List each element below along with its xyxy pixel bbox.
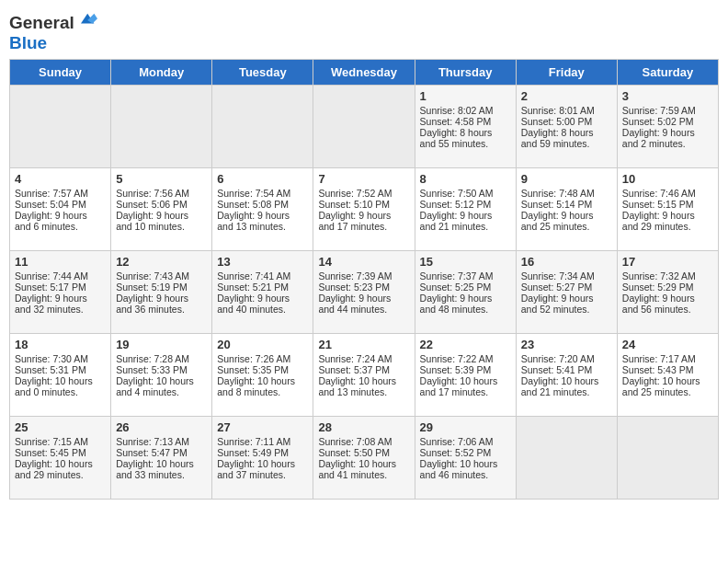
cell-info-line: and 6 minutes. <box>15 221 106 232</box>
cell-info-line: Daylight: 10 hours <box>521 375 612 386</box>
date-number: 11 <box>15 255 106 269</box>
date-number: 29 <box>420 420 511 434</box>
cell-info-line: Daylight: 9 hours <box>116 293 207 304</box>
cell-info-line: Sunrise: 7:28 AM <box>116 353 207 364</box>
cell-info-line: Daylight: 9 hours <box>318 293 409 304</box>
cell-info-line: Sunrise: 7:11 AM <box>217 436 308 447</box>
cell-info-line: and 13 minutes. <box>318 386 409 397</box>
calendar-cell: 26Sunrise: 7:13 AMSunset: 5:47 PMDayligh… <box>111 416 212 499</box>
day-header-monday: Monday <box>111 59 212 85</box>
logo-text: General <box>9 13 97 33</box>
date-number: 8 <box>420 172 511 186</box>
cell-info-line: Daylight: 9 hours <box>15 293 106 304</box>
calendar-cell: 8Sunrise: 7:50 AMSunset: 5:12 PMDaylight… <box>415 167 516 250</box>
calendar-cell: 24Sunrise: 7:17 AMSunset: 5:43 PMDayligh… <box>617 333 718 416</box>
date-number: 15 <box>420 255 511 269</box>
cell-info-line: and 33 minutes. <box>116 469 207 480</box>
calendar-cell: 14Sunrise: 7:39 AMSunset: 5:23 PMDayligh… <box>313 250 415 333</box>
cell-info-line: Sunset: 5:39 PM <box>420 364 511 375</box>
cell-info-line: Sunrise: 7:37 AM <box>420 270 511 282</box>
cell-info-line: Daylight: 9 hours <box>521 210 612 221</box>
date-number: 4 <box>15 172 106 186</box>
date-number: 5 <box>116 172 207 186</box>
cell-info-line: Sunset: 5:12 PM <box>420 199 511 210</box>
cell-info-line: and 17 minutes. <box>318 221 409 232</box>
date-number: 18 <box>15 338 106 351</box>
day-header-friday: Friday <box>516 59 617 85</box>
cell-info-line: and 48 minutes. <box>420 304 511 315</box>
date-number: 13 <box>217 255 308 269</box>
calendar-cell <box>313 85 415 167</box>
date-number: 22 <box>420 338 511 351</box>
cell-info-line: Sunrise: 7:56 AM <box>116 188 207 199</box>
cell-info-line: Sunset: 5:06 PM <box>116 199 207 210</box>
cell-info-line: Sunrise: 7:46 AM <box>622 188 713 199</box>
date-number: 24 <box>622 338 713 351</box>
calendar-cell: 21Sunrise: 7:24 AMSunset: 5:37 PMDayligh… <box>313 333 415 416</box>
cell-info-line: and 56 minutes. <box>622 304 713 315</box>
calendar-cell: 15Sunrise: 7:37 AMSunset: 5:25 PMDayligh… <box>415 250 516 333</box>
calendar-cell <box>617 416 718 499</box>
cell-info-line: Sunrise: 7:20 AM <box>521 353 612 364</box>
date-number: 3 <box>622 89 713 103</box>
day-header-thursday: Thursday <box>415 59 516 85</box>
cell-info-line: Sunrise: 7:50 AM <box>420 188 511 199</box>
cell-info-line: Sunset: 5:43 PM <box>622 364 713 375</box>
cell-info-line: and 2 minutes. <box>622 138 713 149</box>
cell-info-line: Sunset: 5:04 PM <box>15 199 106 210</box>
cell-info-line: Sunrise: 7:32 AM <box>622 270 713 282</box>
calendar-cell: 16Sunrise: 7:34 AMSunset: 5:27 PMDayligh… <box>516 250 617 333</box>
cell-info-line: Daylight: 8 hours <box>420 127 511 138</box>
cell-info-line: Sunset: 5:35 PM <box>217 364 308 375</box>
cell-info-line: Daylight: 8 hours <box>521 127 612 138</box>
cell-info-line: Sunset: 5:15 PM <box>622 199 713 210</box>
cell-info-line: Sunset: 5:50 PM <box>318 447 409 458</box>
calendar-cell: 27Sunrise: 7:11 AMSunset: 5:49 PMDayligh… <box>212 416 313 499</box>
cell-info-line: Sunset: 4:58 PM <box>420 116 511 127</box>
calendar-cell <box>10 85 111 167</box>
cell-info-line: and 40 minutes. <box>217 304 308 315</box>
calendar-cell: 22Sunrise: 7:22 AMSunset: 5:39 PMDayligh… <box>415 333 516 416</box>
cell-info-line: and 44 minutes. <box>318 304 409 315</box>
calendar-cell <box>212 85 313 167</box>
cell-info-line: and 25 minutes. <box>521 221 612 232</box>
logo-line2: Blue <box>9 33 97 53</box>
cell-info-line: Daylight: 9 hours <box>622 127 713 138</box>
date-number: 25 <box>15 420 106 434</box>
page-header: General Blue <box>9 9 719 53</box>
cell-info-line: Daylight: 9 hours <box>116 210 207 221</box>
cell-info-line: Sunset: 5:52 PM <box>420 447 511 458</box>
cell-info-line: Sunset: 5:47 PM <box>116 447 207 458</box>
cell-info-line: and 55 minutes. <box>420 138 511 149</box>
cell-info-line: and 21 minutes. <box>420 221 511 232</box>
cell-info-line: Sunrise: 7:43 AM <box>116 270 207 282</box>
cell-info-line: and 4 minutes. <box>116 386 207 397</box>
calendar-cell: 5Sunrise: 7:56 AMSunset: 5:06 PMDaylight… <box>111 167 212 250</box>
cell-info-line: and 21 minutes. <box>521 386 612 397</box>
calendar-cell: 19Sunrise: 7:28 AMSunset: 5:33 PMDayligh… <box>111 333 212 416</box>
calendar-cell: 12Sunrise: 7:43 AMSunset: 5:19 PMDayligh… <box>111 250 212 333</box>
cell-info-line: Sunset: 5:08 PM <box>217 199 308 210</box>
cell-info-line: Sunset: 5:19 PM <box>116 282 207 293</box>
calendar-cell: 13Sunrise: 7:41 AMSunset: 5:21 PMDayligh… <box>212 250 313 333</box>
day-header-tuesday: Tuesday <box>212 59 313 85</box>
cell-info-line: Sunrise: 7:24 AM <box>318 353 409 364</box>
cell-info-line: Sunrise: 7:48 AM <box>521 188 612 199</box>
cell-info-line: Sunset: 5:31 PM <box>15 364 106 375</box>
cell-info-line: Sunrise: 7:22 AM <box>420 353 511 364</box>
cell-info-line: Sunrise: 7:26 AM <box>217 353 308 364</box>
date-number: 23 <box>521 338 612 351</box>
calendar-cell: 18Sunrise: 7:30 AMSunset: 5:31 PMDayligh… <box>10 333 111 416</box>
date-number: 14 <box>318 255 409 269</box>
calendar-cell: 11Sunrise: 7:44 AMSunset: 5:17 PMDayligh… <box>10 250 111 333</box>
calendar-cell <box>516 416 617 499</box>
cell-info-line: Daylight: 10 hours <box>318 375 409 386</box>
date-number: 20 <box>217 338 308 351</box>
cell-info-line: Sunset: 5:45 PM <box>15 447 106 458</box>
cell-info-line: and 29 minutes. <box>622 221 713 232</box>
cell-info-line: and 46 minutes. <box>420 469 511 480</box>
cell-info-line: Daylight: 10 hours <box>318 458 409 469</box>
cell-info-line: Sunrise: 7:15 AM <box>15 436 106 447</box>
day-header-wednesday: Wednesday <box>313 59 415 85</box>
cell-info-line: Daylight: 9 hours <box>420 293 511 304</box>
